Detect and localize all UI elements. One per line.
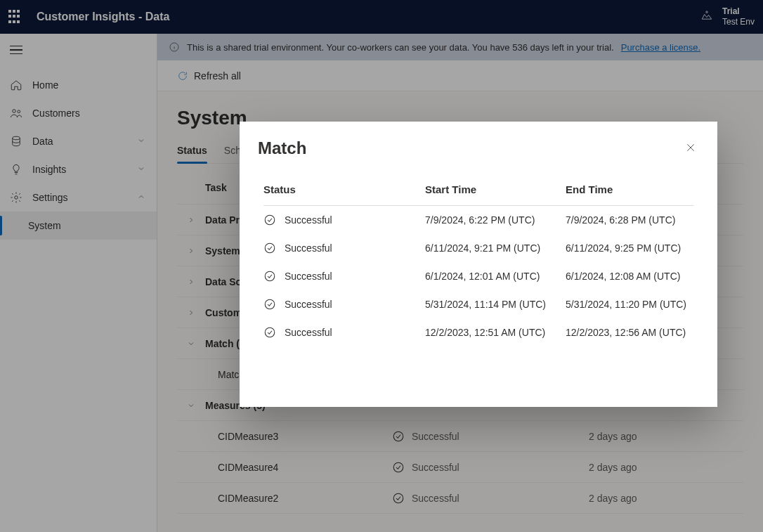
dialog-table-header: Status Start Time End Time xyxy=(263,176,693,206)
end-time: 6/11/2024, 9:25 PM (UTC) xyxy=(566,242,693,254)
close-button[interactable] xyxy=(682,139,699,158)
col-status: Status xyxy=(263,183,425,195)
check-circle-icon xyxy=(263,270,276,283)
end-time: 12/2/2023, 12:56 AM (UTC) xyxy=(566,327,693,338)
match-dialog: Match Status Start Time End Time Success… xyxy=(240,122,717,407)
dialog-title: Match xyxy=(258,138,306,158)
dialog-row: Successful12/2/2023, 12:51 AM (UTC)12/2/… xyxy=(263,318,693,346)
col-start: Start Time xyxy=(425,183,566,195)
dialog-row: Successful5/31/2024, 11:14 PM (UTC)5/31/… xyxy=(263,290,693,318)
start-time: 5/31/2024, 11:14 PM (UTC) xyxy=(425,299,566,310)
svg-point-18 xyxy=(265,327,275,337)
svg-point-17 xyxy=(265,299,275,309)
start-time: 7/9/2024, 6:22 PM (UTC) xyxy=(425,214,566,226)
check-circle-icon xyxy=(263,326,276,339)
status-text: Successful xyxy=(285,242,332,254)
end-time: 6/1/2024, 12:08 AM (UTC) xyxy=(566,271,693,282)
status-text: Successful xyxy=(285,299,332,310)
col-end: End Time xyxy=(566,183,693,195)
svg-point-14 xyxy=(265,215,275,225)
status-text: Successful xyxy=(285,271,332,282)
check-circle-icon xyxy=(263,214,276,226)
status-text: Successful xyxy=(285,214,332,226)
status-text: Successful xyxy=(285,327,332,338)
dialog-row: Successful6/1/2024, 12:01 AM (UTC)6/1/20… xyxy=(263,262,693,290)
start-time: 12/2/2023, 12:51 AM (UTC) xyxy=(425,327,566,338)
dialog-table: Status Start Time End Time Successful7/9… xyxy=(258,176,699,346)
check-circle-icon xyxy=(263,242,276,254)
dialog-row: Successful7/9/2024, 6:22 PM (UTC)7/9/202… xyxy=(263,206,693,234)
end-time: 7/9/2024, 6:28 PM (UTC) xyxy=(566,214,693,226)
start-time: 6/11/2024, 9:21 PM (UTC) xyxy=(425,242,566,254)
start-time: 6/1/2024, 12:01 AM (UTC) xyxy=(425,271,566,282)
dialog-row: Successful6/11/2024, 9:21 PM (UTC)6/11/2… xyxy=(263,234,693,262)
svg-point-16 xyxy=(265,271,275,281)
svg-point-15 xyxy=(265,243,275,253)
close-icon xyxy=(685,142,696,153)
end-time: 5/31/2024, 11:20 PM (UTC) xyxy=(566,299,693,310)
check-circle-icon xyxy=(263,298,276,311)
